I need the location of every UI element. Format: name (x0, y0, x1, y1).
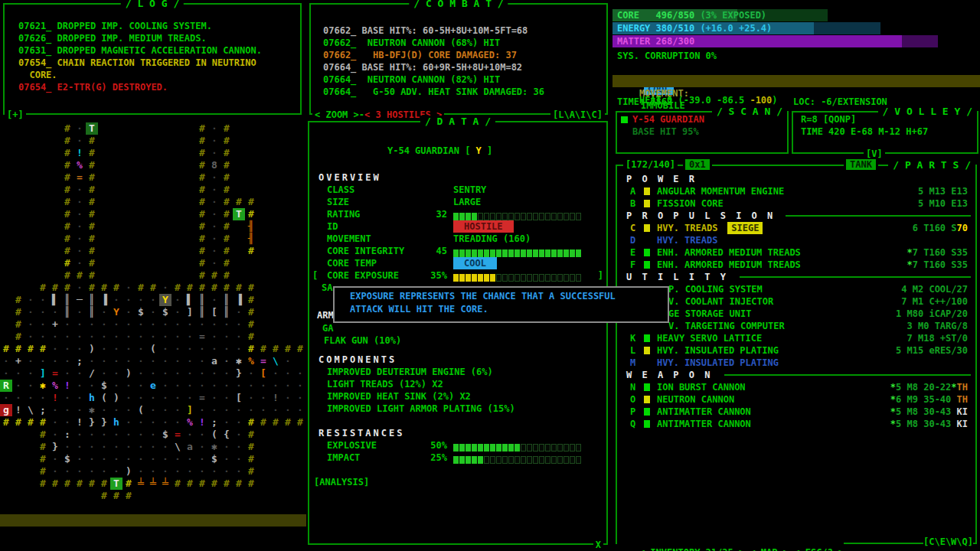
map-floor-tile[interactable]: · (86, 331, 98, 343)
map-tile[interactable]: % (74, 159, 86, 171)
map-wall-tile[interactable]: # (245, 331, 257, 343)
map-wall-tile[interactable]: # (86, 478, 98, 490)
parts-mode-badge[interactable]: TANK (844, 159, 878, 170)
map-floor-tile[interactable]: · (233, 416, 245, 429)
map-wall-tile[interactable]: # (172, 282, 184, 294)
map-floor-tile[interactable]: · (220, 392, 233, 404)
map-wall-tile[interactable]: # (245, 465, 257, 478)
map-wall-tile[interactable]: # (220, 233, 233, 245)
map-wall-tile[interactable]: # (233, 282, 245, 294)
zoom-tab[interactable]: < ZOOM > (315, 109, 359, 120)
map-wall-tile[interactable]: # (37, 282, 49, 294)
map-tile[interactable]: ║ (196, 306, 208, 318)
map-tile[interactable]: g (0, 404, 12, 416)
part-row[interactable]: MHVY. INSULATED PLATING (617, 357, 975, 369)
map-floor-tile[interactable]: · (49, 416, 61, 429)
map-wall-tile[interactable]: # (37, 429, 49, 441)
map-tile[interactable]: % (49, 380, 61, 392)
map-wall-tile[interactable]: # (86, 269, 98, 282)
map-wall-tile[interactable]: # (98, 282, 110, 294)
map-floor-tile[interactable]: · (61, 318, 74, 331)
map-floor-tile[interactable]: · (184, 331, 196, 343)
map-floor-tile[interactable]: · (122, 355, 135, 367)
map-floor-tile[interactable]: · (135, 416, 147, 429)
map-floor-tile[interactable]: · (147, 355, 159, 367)
map-floor-tile[interactable]: · (233, 453, 245, 465)
map-floor-tile[interactable]: · (110, 404, 122, 416)
map-floor-tile[interactable]: · (74, 282, 86, 294)
map-floor-tile[interactable]: · (12, 380, 24, 392)
map-floor-tile[interactable]: · (147, 331, 159, 343)
analysis-button[interactable]: [ANALYSIS] (314, 476, 369, 488)
map-floor-tile[interactable]: · (208, 196, 220, 208)
map-floor-tile[interactable]: · (122, 282, 135, 294)
map-floor-tile[interactable]: · (282, 380, 294, 392)
map-tile[interactable]: } (98, 416, 110, 429)
map-wall-tile[interactable]: # (245, 245, 257, 257)
map-floor-tile[interactable]: · (12, 367, 24, 380)
map-floor-tile[interactable]: · (49, 306, 61, 318)
map-wall-tile[interactable]: # (196, 220, 208, 233)
map-floor-tile[interactable]: · (122, 429, 135, 441)
map-wall-tile[interactable]: # (61, 159, 74, 171)
map-floor-tile[interactable]: · (49, 331, 61, 343)
map-wall-tile[interactable]: # (257, 416, 270, 429)
map-floor-tile[interactable]: · (184, 380, 196, 392)
map-floor-tile[interactable]: · (61, 355, 74, 367)
map-floor-tile[interactable]: · (233, 441, 245, 453)
map-floor-tile[interactable]: · (74, 196, 86, 208)
map-floor-tile[interactable]: · (147, 416, 159, 429)
map-tile[interactable]: a (184, 441, 196, 453)
map-wall-tile[interactable]: # (86, 220, 98, 233)
map-tile[interactable]: ▌ (184, 294, 196, 306)
map-wall-tile[interactable]: # (37, 453, 49, 465)
map-tile[interactable]: ✱ (233, 355, 245, 367)
map-floor-tile[interactable]: · (196, 343, 208, 355)
map-floor-tile[interactable]: · (86, 465, 98, 478)
map-wall-tile[interactable]: # (257, 343, 270, 355)
map-wall-tile[interactable]: # (196, 282, 208, 294)
map-wall-tile[interactable]: # (86, 208, 98, 220)
map-floor-tile[interactable]: · (233, 306, 245, 318)
map-floor-tile[interactable]: · (0, 367, 12, 380)
map-floor-tile[interactable]: · (110, 355, 122, 367)
map-floor-tile[interactable]: · (294, 392, 306, 404)
map-floor-tile[interactable]: · (74, 404, 86, 416)
map-wall-tile[interactable]: # (196, 257, 208, 269)
map-floor-tile[interactable]: · (122, 380, 135, 392)
map-floor-tile[interactable]: · (159, 318, 172, 331)
map-wall-tile[interactable]: # (245, 416, 257, 429)
map-floor-tile[interactable]: · (159, 392, 172, 404)
map-tile[interactable]: = (172, 429, 184, 441)
map-tile[interactable]: ║ (196, 294, 208, 306)
map-floor-tile[interactable]: · (184, 429, 196, 441)
map-floor-tile[interactable]: · (110, 294, 122, 306)
map-wall-tile[interactable]: # (184, 282, 196, 294)
map-floor-tile[interactable]: · (74, 135, 86, 147)
map-wall-tile[interactable]: # (245, 208, 257, 220)
map-wall-tile[interactable]: # (220, 147, 233, 159)
map-tile[interactable]: ╢ (245, 220, 257, 233)
map-floor-tile[interactable]: · (122, 416, 135, 429)
part-row[interactable]: V. TARGETING COMPUTER3 M0 TARG/8 (617, 320, 975, 332)
map-floor-tile[interactable]: · (122, 318, 135, 331)
map-wall-tile[interactable]: # (61, 478, 74, 490)
map-tile[interactable]: R (0, 380, 12, 392)
map-floor-tile[interactable]: · (147, 441, 159, 453)
map-floor-tile[interactable]: · (24, 294, 37, 306)
map-wall-tile[interactable]: # (270, 416, 282, 429)
map-floor-tile[interactable]: · (172, 294, 184, 306)
map-tile[interactable]: T (110, 478, 122, 490)
map-floor-tile[interactable]: · (61, 343, 74, 355)
map-wall-tile[interactable]: # (12, 416, 24, 429)
map-floor-tile[interactable]: · (220, 367, 233, 380)
map-floor-tile[interactable]: · (74, 318, 86, 331)
map-floor-tile[interactable]: · (196, 318, 208, 331)
map-wall-tile[interactable]: # (61, 257, 74, 269)
map-wall-tile[interactable]: # (49, 282, 61, 294)
map-wall-tile[interactable]: # (196, 208, 208, 220)
map-wall-tile[interactable]: # (196, 245, 208, 257)
map-floor-tile[interactable]: · (98, 318, 110, 331)
map-floor-tile[interactable]: · (37, 355, 49, 367)
map-floor-tile[interactable]: · (282, 367, 294, 380)
